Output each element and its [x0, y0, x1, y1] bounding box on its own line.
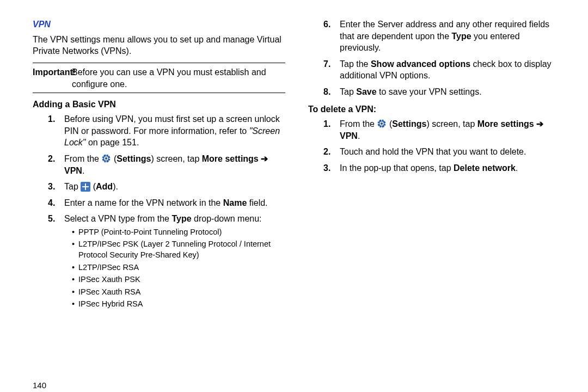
- step-2: 2. From the (Settings) screen, tap More …: [64, 153, 285, 176]
- vpn-label: VPN: [340, 131, 358, 140]
- step-8: 8. Tap Save to save your VPN settings.: [340, 86, 561, 98]
- delete-network-label: Delete network: [454, 163, 516, 173]
- step-number: 2.: [48, 153, 55, 165]
- step-number: 3.: [323, 162, 330, 174]
- more-settings-label: More settings: [202, 154, 259, 163]
- vpn-label: VPN: [64, 166, 82, 175]
- show-advanced-label: Show advanced options: [371, 59, 470, 69]
- step-text: Tap: [64, 182, 81, 191]
- step-5: 5. Select a VPN type from the Type drop-…: [64, 213, 285, 310]
- step-text-b: ) screen, tap: [426, 119, 477, 128]
- step-number: 6.: [323, 19, 330, 30]
- step-number: 7.: [323, 58, 330, 70]
- right-column: 6. Enter the Server address and any othe…: [301, 19, 561, 381]
- step-6: 6. Enter the Server address and any othe…: [340, 19, 561, 54]
- step-text-b: .: [516, 163, 518, 173]
- step-text: From the: [64, 154, 101, 163]
- step-text: Select a VPN type from the: [64, 214, 171, 223]
- list-item: IPSec Xauth PSK: [72, 274, 285, 285]
- important-note: Important! Before you can use a VPN you …: [33, 66, 285, 90]
- step-number: 3.: [48, 181, 55, 193]
- plus-icon: [81, 182, 90, 192]
- step-text: Tap the: [340, 59, 371, 69]
- step-4: 4. Enter a name for the VPN network in t…: [64, 197, 285, 209]
- dot: .: [358, 131, 360, 140]
- list-item: PPTP (Point-to-Point Tunneling Protocol): [72, 227, 285, 238]
- delete-heading: To delete a VPN:: [308, 103, 561, 115]
- intro-paragraph: The VPN settings menu allows you to set …: [33, 34, 285, 57]
- step-number: 1.: [323, 118, 330, 130]
- rule-bottom: [33, 93, 285, 93]
- type-label: Type: [171, 214, 191, 223]
- adding-heading: Adding a Basic VPN: [33, 99, 285, 111]
- list-item: L2TP/IPSec PSK (Layer 2 Tunneling Protoc…: [72, 239, 285, 260]
- delete-step-1: 1. From the (Settings) screen, tap More …: [340, 118, 561, 142]
- step-text: Before using VPN, you must first set up …: [64, 114, 280, 136]
- manual-page: VPN The VPN settings menu allows you to …: [0, 0, 588, 392]
- save-label: Save: [356, 87, 376, 96]
- step-text-b: ).: [113, 182, 118, 191]
- adding-steps-continued: 6. Enter the Server address and any othe…: [308, 19, 561, 98]
- rule-top: [33, 63, 285, 63]
- step-number: 8.: [323, 86, 330, 98]
- step-number: 1.: [48, 113, 55, 125]
- step-7: 7. Tap the Show advanced options check b…: [340, 58, 561, 82]
- step-text: From the: [340, 119, 377, 128]
- delete-step-3: 3. In the pop-up that opens, tap Delete …: [340, 162, 561, 174]
- gear-icon: [101, 154, 111, 163]
- step-number: 2.: [323, 146, 330, 158]
- step-1: 1. Before using VPN, you must first set …: [64, 113, 285, 149]
- step-text: Tap: [340, 87, 356, 96]
- arrow-icon: ➔: [534, 119, 543, 128]
- step-text: In the pop-up that opens, tap: [340, 163, 454, 173]
- name-label: Name: [223, 198, 247, 207]
- step-text-b: on page 151.: [85, 138, 139, 147]
- delete-steps: 1. From the (Settings) screen, tap More …: [308, 118, 561, 174]
- vpn-type-list: PPTP (Point-to-Point Tunneling Protocol)…: [64, 227, 285, 310]
- important-label: Important!: [33, 68, 76, 77]
- list-item: IPSec Xauth RSA: [72, 287, 285, 298]
- page-number: 140: [33, 380, 46, 391]
- settings-label: Settings: [392, 119, 426, 128]
- dot: .: [82, 166, 84, 175]
- gear-icon: [377, 119, 387, 128]
- delete-step-2: 2. Touch and hold the VPN that you want …: [340, 146, 561, 158]
- list-item: L2TP/IPSec RSA: [72, 262, 285, 273]
- type-label: Type: [452, 32, 471, 41]
- more-settings-label: More settings: [477, 119, 534, 128]
- section-title: VPN: [33, 19, 285, 30]
- step-text-b: drop-down menu:: [192, 214, 262, 223]
- step-number: 5.: [48, 213, 55, 225]
- list-item: IPSec Hybrid RSA: [72, 299, 285, 310]
- step-text: Enter a name for the VPN network in the: [64, 198, 223, 207]
- step-number: 4.: [48, 197, 55, 209]
- add-label: Add: [96, 182, 113, 191]
- step-text-b: to save your VPN settings.: [377, 87, 482, 96]
- step-text-b: field.: [247, 198, 267, 207]
- step-text: Touch and hold the VPN that you want to …: [340, 147, 526, 156]
- step-text-b: ) screen, tap: [151, 154, 201, 163]
- adding-steps: 1. Before using VPN, you must first set …: [33, 113, 285, 310]
- left-column: VPN The VPN settings menu allows you to …: [33, 19, 301, 381]
- step-3: 3. Tap (Add).: [64, 181, 285, 193]
- arrow-icon: ➔: [259, 154, 268, 163]
- settings-label: Settings: [117, 154, 151, 163]
